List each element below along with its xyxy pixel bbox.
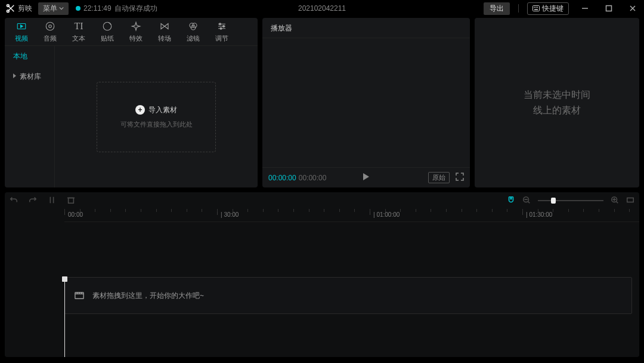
player-panel: 播放器 00:00:00 00:00:00 原始 (262, 18, 470, 187)
media-panel: 视频 音频 TI 文本 贴纸 特效 转场 (5, 18, 258, 187)
split-button[interactable] (48, 196, 56, 206)
svg-rect-2 (533, 6, 540, 11)
svg-point-15 (219, 23, 221, 25)
autosave-time: 22:11:49 (83, 4, 112, 13)
magnet-button[interactable] (507, 196, 515, 206)
shortcuts-button[interactable]: 快捷键 (527, 2, 569, 15)
menu-dropdown[interactable]: 菜单 (38, 2, 69, 15)
close-icon (629, 5, 636, 12)
maximize-button[interactable] (601, 1, 617, 16)
zoom-out-button[interactable] (522, 196, 531, 206)
zoom-fit-icon (626, 196, 634, 204)
tab-sticker[interactable]: 贴纸 (93, 20, 122, 43)
magnet-icon (507, 196, 515, 204)
app-logo: 剪映 (4, 4, 35, 14)
inspector-empty-message: 当前未选中时间 线上的素材 (524, 87, 590, 118)
tab-text[interactable]: TI 文本 (64, 20, 93, 43)
media-drop-area[interactable]: + 导入素材 可将文件直接拖入到此处 (55, 46, 258, 187)
timeline-track-placeholder[interactable]: 素材拖拽到这里，开始你的大作吧~ (64, 277, 632, 314)
chevron-right-icon (13, 73, 16, 78)
zoom-slider[interactable] (538, 200, 603, 201)
scissors-icon (6, 4, 16, 13)
sparkle-icon (131, 21, 141, 32)
timeline-ruler[interactable]: 00:00 | 30:00 | 01:00:00 | 01:30:00 (64, 209, 639, 222)
tab-adjust[interactable]: 调节 (208, 20, 236, 43)
sticker-icon (102, 21, 113, 32)
minimize-icon (581, 5, 589, 12)
zoom-in-button[interactable] (611, 196, 619, 206)
redo-button[interactable] (29, 196, 37, 206)
status-dot-icon (76, 6, 80, 11)
timeline-toolbar (5, 192, 639, 209)
import-label: 导入素材 (148, 105, 177, 115)
player-stage (262, 38, 470, 167)
timeline-panel: 00:00 | 30:00 | 01:00:00 | 01:30:00 素材拖拽… (5, 192, 639, 357)
aspect-ratio-button[interactable]: 原始 (428, 172, 450, 183)
play-icon (363, 173, 370, 181)
sidebar-item-library[interactable]: 素材库 (5, 66, 54, 87)
text-icon: TI (73, 20, 85, 32)
track-hint: 素材拖拽到这里，开始你的大作吧~ (92, 291, 204, 301)
undo-icon (10, 196, 18, 204)
play-button[interactable] (363, 173, 370, 183)
expand-icon (456, 173, 464, 181)
svg-rect-21 (627, 198, 634, 202)
close-button[interactable] (625, 1, 640, 16)
chevron-down-icon (59, 6, 64, 11)
delete-button[interactable] (67, 196, 75, 206)
export-button[interactable]: 导出 (484, 2, 510, 15)
svg-rect-4 (535, 7, 537, 8)
svg-rect-7 (606, 6, 612, 11)
maximize-icon (605, 5, 612, 12)
app-name: 剪映 (18, 4, 32, 14)
tab-effects[interactable]: 特效 (122, 20, 150, 43)
trash-icon (67, 196, 75, 204)
inspector-panel: 当前未选中时间 线上的素材 (475, 18, 639, 187)
svg-rect-18 (69, 198, 74, 203)
svg-rect-5 (537, 7, 538, 8)
redo-icon (29, 196, 37, 204)
keyboard-icon (532, 5, 540, 11)
fullscreen-button[interactable] (456, 173, 464, 183)
sliders-icon (216, 21, 227, 32)
tab-filter[interactable]: 滤镜 (179, 20, 208, 43)
tab-audio[interactable]: 音频 (36, 20, 64, 43)
timeline-body[interactable]: 素材拖拽到这里，开始你的大作吧~ (5, 277, 639, 357)
zoom-slider-handle[interactable] (551, 198, 556, 204)
autosave-text: 自动保存成功 (114, 4, 157, 14)
undo-button[interactable] (10, 196, 18, 206)
tab-video[interactable]: 视频 (7, 20, 36, 43)
timecode-current: 00:00:00 (268, 174, 296, 182)
svg-rect-3 (534, 7, 535, 8)
minimize-button[interactable] (577, 1, 593, 16)
plus-icon: + (135, 105, 145, 115)
timecode-duration: 00:00:00 (299, 174, 327, 182)
category-tabs: 视频 音频 TI 文本 贴纸 特效 转场 (5, 18, 258, 45)
media-sidebar: 本地 素材库 (5, 46, 55, 187)
player-title: 播放器 (262, 18, 470, 38)
svg-rect-6 (534, 9, 538, 10)
svg-point-16 (223, 26, 225, 27)
sidebar-item-local[interactable]: 本地 (5, 46, 54, 66)
zoom-fit-button[interactable] (626, 196, 634, 206)
split-icon (48, 196, 56, 204)
video-icon (16, 21, 27, 32)
menu-label: 菜单 (43, 4, 57, 14)
autosave-indicator: 22:11:49 自动保存成功 (76, 4, 157, 14)
filter-icon (188, 21, 199, 32)
clip-icon (75, 291, 84, 300)
playhead[interactable] (64, 277, 65, 357)
zoom-out-icon (522, 196, 531, 204)
svg-point-9 (46, 22, 54, 30)
divider (518, 4, 519, 13)
import-hint: 可将文件直接拖入到此处 (120, 120, 193, 129)
svg-point-17 (220, 27, 222, 29)
tab-transition[interactable]: 转场 (150, 20, 179, 43)
zoom-in-icon (611, 196, 619, 204)
transition-icon (159, 21, 170, 32)
audio-icon (45, 21, 55, 32)
svg-point-10 (49, 25, 52, 28)
